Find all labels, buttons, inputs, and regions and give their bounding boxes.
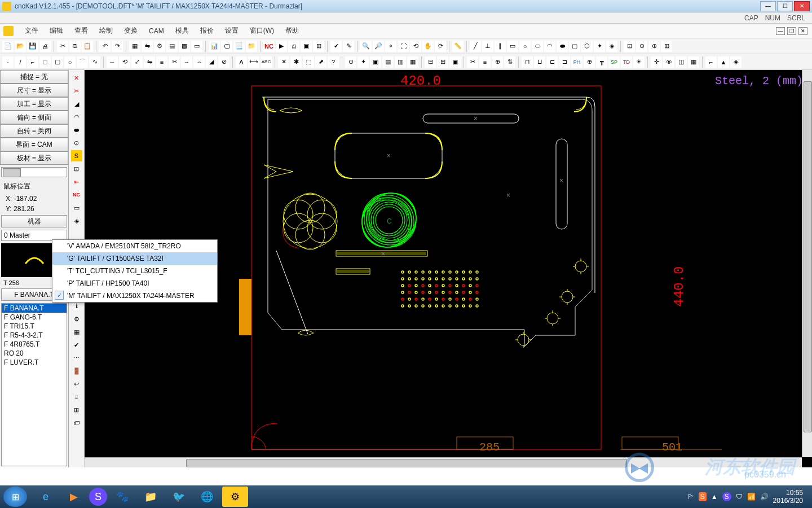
tb-box-icon[interactable]: □ [39,56,51,68]
snap-toggle[interactable]: 捕捉 = 无 [0,70,68,84]
tray-s-icon[interactable]: S [722,492,731,501]
tb-sheet-icon[interactable]: ▭ [191,41,202,52]
tb-undo-icon[interactable]: ↶ [99,41,111,52]
tb-doc-icon[interactable]: 📃 [233,41,245,52]
side-toggle[interactable]: 偏向 = 侧面 [0,111,68,124]
tb-layer-icon[interactable]: ▦ [129,41,140,52]
list-item[interactable]: RO 20 [2,349,67,358]
list-item[interactable]: F LUVER.T [2,358,67,367]
tb-3d-icon[interactable]: ◫ [676,56,687,68]
tb-bend-icon[interactable]: ⌐ [705,56,717,68]
tb-break-icon[interactable]: ⊘ [218,56,230,68]
vt-more-icon[interactable]: ⋯ [71,352,82,364]
tb-offset-icon[interactable]: ≡ [156,56,167,68]
tb-tool4-icon[interactable]: ▦ [407,56,418,68]
tool-list[interactable]: F BANANA.T F GANG-6.T F TRI15.T F R5-4-3… [1,303,67,466]
tb-print-icon[interactable]: 🖨 [39,41,51,52]
tb-star-icon[interactable]: ✦ [594,41,605,52]
tb-crosshair-icon[interactable]: ✛ [651,56,662,68]
tb-split-icon[interactable]: ⊟ [425,56,436,68]
taskbar-baidu-icon[interactable]: 🐾 [109,487,135,507]
vt-nc-icon[interactable]: NC [71,189,82,200]
tb-scale-icon[interactable]: ⤢ [131,56,143,68]
interface-toggle[interactable]: 界面 = CAM [0,138,68,151]
tb-cut-icon[interactable]: ✂ [57,41,68,52]
tb-rotate-icon[interactable]: ⟲ [119,56,130,68]
machine-option[interactable]: ✓ 'M' TAILIFT / MAX1250X TA24I4-MASTER [52,290,217,302]
vt-layer-icon[interactable]: ▦ [71,326,82,338]
tb-auto-icon[interactable]: ⚙ [154,41,165,52]
tb-tool3-icon[interactable]: ▥ [395,56,406,68]
tb-rep-icon[interactable]: ⊕ [584,56,595,68]
taskbar-media-icon[interactable]: ▶ [61,487,87,507]
tb-snap-center-icon[interactable]: ⊕ [648,41,660,52]
vt-exit-icon[interactable]: ↩ [71,378,82,389]
menu-tool[interactable]: 模具 [170,24,195,38]
menu-transform[interactable]: 变换 [118,24,143,38]
vt-sheet-icon[interactable]: ▭ [71,202,82,213]
tb-seg-icon[interactable]: / [15,56,26,68]
tb-laser-icon[interactable]: ✦ [358,56,369,68]
menu-view[interactable]: 查看 [69,24,94,38]
tb-snap-grid-icon[interactable]: ⊞ [661,41,672,52]
tb-report-icon[interactable]: 📊 [209,41,220,52]
menu-help[interactable]: 帮助 [280,24,304,38]
tb-redo-icon[interactable]: ↷ [112,41,123,52]
machine-option[interactable]: 'P' TAILIFT / HP1500 TA40I [52,277,217,290]
vt-part-icon[interactable]: ◈ [71,215,82,226]
tb-delete-icon[interactable]: ✕ [278,56,289,68]
tb-pick-icon[interactable]: ⬈ [315,56,326,68]
tb-query-icon[interactable]: ? [328,56,339,68]
tb-cut-tool-icon[interactable]: ✂ [467,56,478,68]
tb-polygon-icon[interactable]: ⬡ [581,41,593,52]
dim-toggle[interactable]: 尺寸 = 显示 [0,84,68,97]
tb-move-icon[interactable]: ↔ [107,56,118,68]
tb-poly-icon[interactable]: ⌐ [27,56,38,68]
tb-abc-icon[interactable]: ABC [261,56,272,68]
tray-sogou-icon[interactable]: S [699,492,707,501]
machine-button[interactable]: 机器 [1,215,67,227]
tb-emboss-icon[interactable]: ◈ [730,56,742,68]
menu-cam[interactable]: CAM [143,25,170,37]
tb-mirror2-icon[interactable]: ⇋ [144,56,155,68]
tb-zoom-in-icon[interactable]: 🔍 [360,41,372,52]
tb-select-icon[interactable]: ⬚ [303,56,314,68]
tb-zoom-window-icon[interactable]: ⌖ [385,41,396,52]
tb-save-icon[interactable]: 💾 [27,41,38,52]
tb-rem-icon[interactable]: ⊐ [559,56,570,68]
tb-sun-icon[interactable]: ☀ [633,56,645,68]
tb-curve-icon[interactable]: ∿ [89,56,100,68]
tb-grid-icon[interactable]: ▩ [179,41,190,52]
machining-toggle[interactable]: 加工 = 显示 [0,97,68,111]
vt-s1-icon[interactable]: S [71,150,82,161]
close-button[interactable]: ✕ [794,1,810,11]
tb-chamfer-icon[interactable]: ◢ [206,56,217,68]
machine-option[interactable]: 'T' TCI_CUTTING / TCI_L3015_F [52,265,217,277]
tb-clamp-icon[interactable]: ⊓ [522,56,533,68]
maximize-button[interactable]: ☐ [777,1,793,11]
tb-punch-icon[interactable]: ⊙ [345,56,356,68]
tb-folder-icon[interactable]: 📁 [246,41,257,52]
vt-tag-icon[interactable]: 🏷 [71,417,82,428]
taskbar-explorer-icon[interactable]: 📁 [138,487,164,507]
tb-circle-icon[interactable]: ○ [519,41,531,52]
tb-array-icon[interactable]: ⊞ [313,41,324,52]
vt-grid-icon[interactable]: ⊞ [71,404,82,415]
tb-arc2-icon[interactable]: ⌒ [77,56,88,68]
menu-file[interactable]: 文件 [19,24,44,38]
tb-clamp2-icon[interactable]: ┳ [596,56,607,68]
tb-seq-icon[interactable]: ⊕ [492,56,503,68]
tb-part-icon[interactable]: ▣ [301,41,312,52]
tb-nest-icon[interactable]: ▤ [166,41,178,52]
tb-copy-icon[interactable]: ⧉ [69,41,81,52]
tb-zoom-fit-icon[interactable]: ⛶ [398,41,409,52]
mdi-minimize[interactable]: — [776,27,785,35]
list-item[interactable]: F TRI15.T [2,322,67,331]
tray-up-icon[interactable]: ▲ [711,493,718,501]
tb-tool1-icon[interactable]: ▣ [370,56,381,68]
menu-draw[interactable]: 绘制 [94,24,118,38]
tb-render-icon[interactable]: ▦ [688,56,699,68]
tray-network-icon[interactable]: 📶 [747,493,756,501]
tb-sort-icon[interactable]: ⇅ [504,56,515,68]
tb-ph-icon[interactable]: PH [571,56,582,68]
